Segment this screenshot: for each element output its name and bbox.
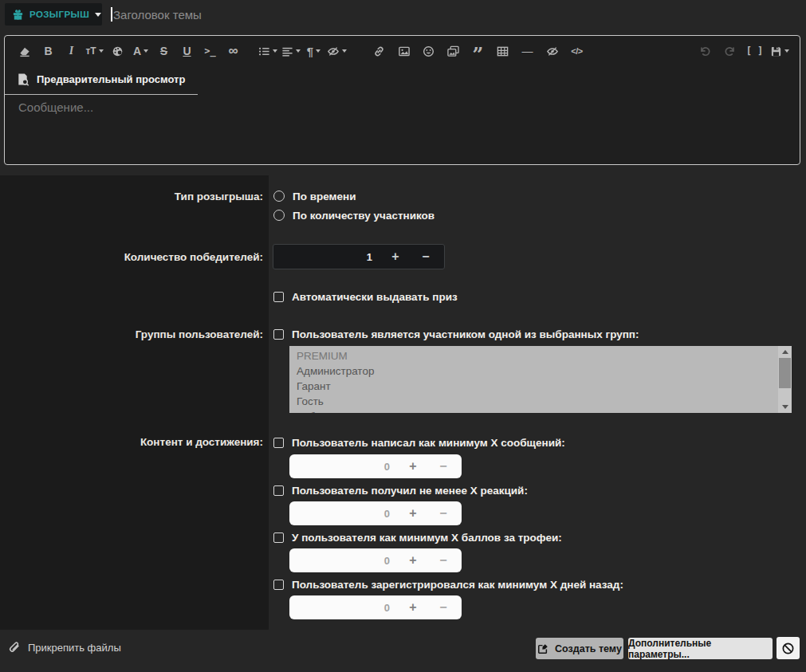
- radio-label: По времени: [293, 191, 356, 202]
- checkbox-icon[interactable]: [273, 329, 284, 340]
- decrement-button[interactable]: −: [411, 250, 441, 263]
- font-size-button[interactable]: тТ: [84, 41, 105, 61]
- checkbox-icon[interactable]: [273, 580, 284, 590]
- giveaway-type-by-time[interactable]: По времени: [273, 190, 356, 202]
- attach-files-button[interactable]: Прикрепить файлы: [8, 641, 121, 654]
- more-options-button[interactable]: Дополнительные параметры...: [628, 638, 773, 659]
- checkbox-icon[interactable]: [273, 532, 284, 543]
- min-reactions-stepper[interactable]: 0 + −: [289, 501, 462, 525]
- message-editor[interactable]: B I тТ A S U: [4, 35, 800, 165]
- insert-media-button[interactable]: [442, 41, 464, 61]
- create-thread-button[interactable]: Создать тему: [536, 638, 623, 659]
- horizontal-line-icon: —: [522, 45, 533, 57]
- remove-format-button[interactable]: [14, 41, 36, 61]
- group-option[interactable]: Забанен: [289, 409, 792, 413]
- increment-button[interactable]: +: [398, 554, 428, 567]
- editor-toolbar: B I тТ A S U: [5, 36, 800, 66]
- undo-button[interactable]: [694, 41, 716, 61]
- strikethrough-button[interactable]: S: [153, 41, 175, 61]
- insert-hr-button[interactable]: —: [517, 41, 538, 61]
- increment-button[interactable]: +: [398, 601, 428, 614]
- table-icon: [497, 45, 509, 57]
- stepper-value[interactable]: 0: [289, 461, 398, 473]
- tab-preview[interactable]: Предварительный просмотр: [5, 68, 198, 95]
- align-button[interactable]: [280, 41, 301, 61]
- auto-prize-checkbox-row[interactable]: Автоматически выдавать приз: [273, 290, 458, 303]
- checkbox-icon[interactable]: [273, 292, 284, 302]
- chevron-down-icon: [296, 49, 301, 53]
- checkbox-label: Автоматически выдавать приз: [292, 291, 458, 303]
- radio-label: По количеству участников: [293, 210, 434, 222]
- gallery-icon: [446, 45, 460, 57]
- decrement-button[interactable]: −: [428, 507, 458, 520]
- group-option[interactable]: PREMIUM: [289, 346, 792, 364]
- insert-table-button[interactable]: [492, 41, 513, 61]
- min-messages-stepper[interactable]: 0 + −: [289, 454, 462, 478]
- list-button[interactable]: [257, 41, 278, 61]
- inline-code-button[interactable]: >_: [199, 41, 221, 61]
- min-trophy-points-checkbox-row[interactable]: У пользователя как минимум X баллов за т…: [273, 531, 562, 544]
- insert-code-button[interactable]: </>: [566, 41, 588, 61]
- bold-button[interactable]: B: [37, 41, 59, 61]
- stepper-value[interactable]: 0: [289, 508, 398, 520]
- message-placeholder[interactable]: Сообщение...: [18, 100, 93, 114]
- radio-icon[interactable]: [273, 210, 285, 221]
- checkbox-icon[interactable]: [273, 485, 284, 496]
- insert-link-button[interactable]: [368, 41, 390, 61]
- strike-glyph: S: [160, 45, 167, 57]
- paragraph-format-button[interactable]: ¶: [303, 41, 324, 61]
- increment-button[interactable]: +: [380, 250, 411, 263]
- stepper-value[interactable]: 0: [289, 602, 398, 614]
- winners-count-stepper[interactable]: 1 + −: [273, 244, 445, 269]
- prefix-dropdown-button[interactable]: РОЗЫГРЫШ: [5, 3, 102, 26]
- redo-button[interactable]: [719, 41, 741, 61]
- group-option[interactable]: Гость: [289, 394, 792, 409]
- scroll-thumb[interactable]: [779, 358, 791, 388]
- cancel-button[interactable]: [777, 637, 800, 659]
- list-icon: [258, 45, 270, 57]
- decrement-button[interactable]: −: [428, 460, 458, 473]
- increment-button[interactable]: +: [398, 460, 428, 473]
- group-option[interactable]: Гарант: [289, 379, 792, 394]
- min-trophy-points-stepper[interactable]: 0 + −: [289, 548, 462, 572]
- italic-button[interactable]: I: [61, 41, 82, 61]
- checkbox-icon[interactable]: [273, 438, 284, 448]
- groups-membership-checkbox-row[interactable]: Пользователь является участником одной и…: [273, 328, 639, 340]
- min-reactions-checkbox-row[interactable]: Пользователь получил не менее X реакций:: [273, 484, 528, 497]
- font-size-glyph: тТ: [85, 45, 96, 57]
- list-scrollbar[interactable]: [778, 346, 792, 413]
- link-icon: [373, 45, 385, 57]
- thread-title-field[interactable]: [108, 0, 798, 29]
- underline-button[interactable]: U: [176, 41, 198, 61]
- insert-smilie-button[interactable]: [418, 41, 439, 61]
- min-days-registered-stepper[interactable]: 0 + −: [289, 595, 462, 619]
- scroll-down-button[interactable]: [778, 401, 792, 413]
- decrement-button[interactable]: −: [428, 554, 458, 567]
- save-draft-button[interactable]: [769, 41, 790, 61]
- increment-button[interactable]: +: [398, 507, 428, 520]
- min-days-registered-checkbox-row[interactable]: Пользователь зарегистрировался как миним…: [273, 578, 623, 591]
- gift-icon: [12, 9, 24, 21]
- font-family-button[interactable]: A: [130, 41, 151, 61]
- group-option[interactable]: Администратор: [289, 364, 792, 379]
- spoiler-button[interactable]: [541, 41, 563, 61]
- bbcode-toggle-button[interactable]: [ ]: [744, 41, 765, 61]
- stepper-value[interactable]: 0: [289, 555, 398, 567]
- insert-quote-button[interactable]: ”: [467, 37, 489, 65]
- decrement-button[interactable]: −: [428, 601, 458, 614]
- scroll-up-button[interactable]: [778, 346, 792, 358]
- chevron-down-icon: [784, 49, 789, 53]
- eye-slash-icon: [546, 45, 559, 57]
- giveaway-type-by-participants[interactable]: По количеству участников: [273, 209, 434, 222]
- user-groups-multiselect[interactable]: PREMIUM Администратор Гарант Гость Забан…: [289, 346, 792, 413]
- insert-image-button[interactable]: [393, 41, 415, 61]
- radio-icon[interactable]: [273, 191, 285, 202]
- chevron-down-icon: [273, 49, 277, 53]
- text-color-button[interactable]: [107, 41, 128, 61]
- pilcrow-icon: ¶: [307, 45, 313, 58]
- winners-count-value[interactable]: 1: [273, 251, 380, 263]
- spoiler-menu-button[interactable]: [326, 41, 348, 61]
- thread-title-input[interactable]: [108, 0, 803, 29]
- min-messages-checkbox-row[interactable]: Пользователь написал как минимум X сообщ…: [273, 436, 565, 449]
- spoiler-inline-button[interactable]: ∞: [222, 41, 244, 61]
